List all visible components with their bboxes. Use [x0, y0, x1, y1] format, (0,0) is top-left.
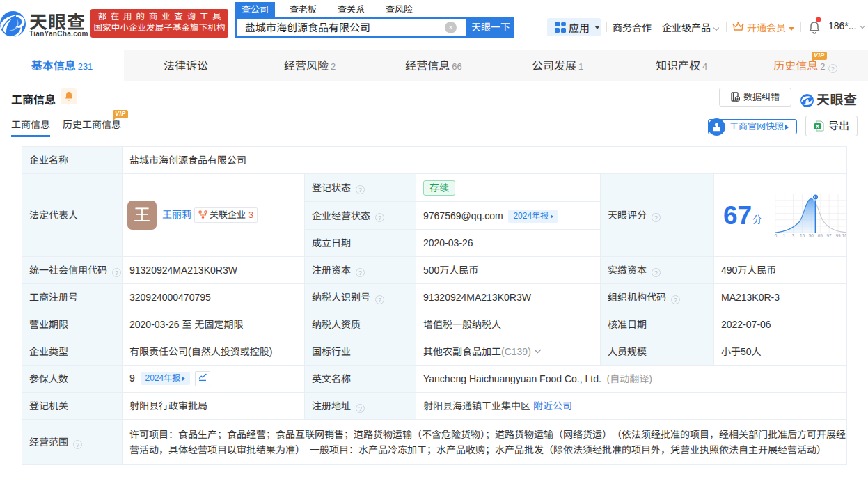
svg-text:65: 65: [818, 233, 823, 238]
svg-text:100: 100: [842, 233, 847, 238]
svg-text:0: 0: [775, 233, 778, 238]
svg-text:50: 50: [809, 233, 814, 238]
svg-text:3: 3: [792, 233, 795, 238]
svg-text:1: 1: [783, 233, 786, 238]
svg-text:97: 97: [827, 233, 833, 238]
svg-text:15: 15: [800, 233, 805, 238]
svg-text:99: 99: [835, 233, 841, 238]
